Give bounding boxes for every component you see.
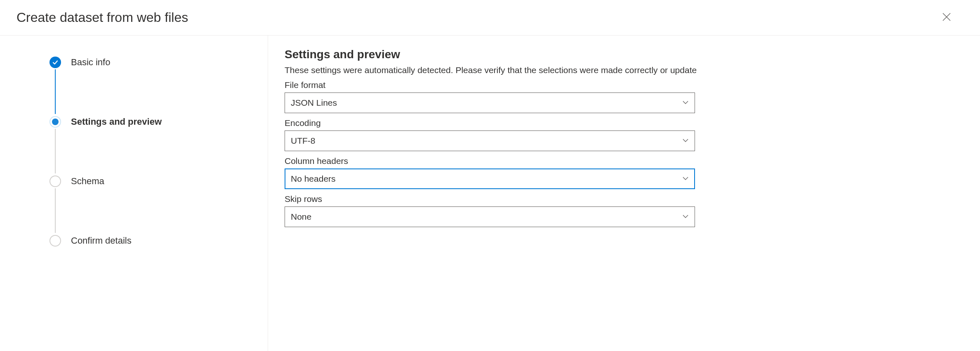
step-label: Basic info — [71, 57, 110, 68]
step-confirm-details[interactable]: Confirm details — [49, 235, 268, 247]
chevron-down-icon — [682, 212, 689, 222]
dropdown-value: No headers — [291, 174, 336, 184]
wizard-sidebar: Basic info Settings and preview Schema C… — [0, 36, 268, 351]
step-indicator-complete — [49, 57, 61, 68]
close-button[interactable] — [942, 12, 951, 23]
page-header: Create dataset from web files — [0, 0, 980, 36]
page-title: Create dataset from web files — [16, 10, 188, 25]
wizard-steps: Basic info Settings and preview Schema C… — [49, 56, 268, 247]
field-label: File format — [285, 80, 964, 90]
field-encoding: Encoding UTF-8 — [285, 118, 964, 151]
step-connector — [55, 188, 56, 233]
content-panel: Settings and preview These settings were… — [268, 36, 980, 351]
dropdown-value: None — [291, 212, 311, 222]
step-connector — [55, 129, 56, 173]
step-schema[interactable]: Schema — [49, 175, 268, 187]
step-indicator-pending — [49, 235, 61, 247]
page-body: Basic info Settings and preview Schema C… — [0, 36, 980, 351]
dropdown-value: JSON Lines — [291, 98, 337, 108]
field-skip-rows: Skip rows None — [285, 194, 964, 227]
field-label: Skip rows — [285, 194, 964, 204]
step-label: Settings and preview — [71, 116, 162, 127]
step-basic-info[interactable]: Basic info — [49, 56, 268, 69]
dropdown-value: UTF-8 — [291, 136, 316, 146]
step-connector — [55, 69, 56, 114]
chevron-down-icon — [682, 136, 689, 146]
step-indicator-current — [49, 116, 61, 128]
file-format-dropdown[interactable]: JSON Lines — [285, 92, 695, 113]
step-label: Confirm details — [71, 235, 132, 246]
skip-rows-dropdown[interactable]: None — [285, 206, 695, 227]
column-headers-dropdown[interactable]: No headers — [285, 168, 695, 189]
panel-heading: Settings and preview — [285, 48, 964, 61]
field-file-format: File format JSON Lines — [285, 80, 964, 113]
close-icon — [942, 12, 951, 21]
step-label: Schema — [71, 176, 104, 187]
field-column-headers: Column headers No headers — [285, 156, 964, 189]
field-label: Column headers — [285, 156, 964, 166]
chevron-down-icon — [682, 98, 689, 108]
field-label: Encoding — [285, 118, 964, 128]
step-indicator-pending — [49, 176, 61, 187]
chevron-down-icon — [682, 174, 689, 184]
check-icon — [52, 59, 59, 66]
panel-description: These settings were automatically detect… — [285, 65, 964, 75]
encoding-dropdown[interactable]: UTF-8 — [285, 130, 695, 151]
step-settings-preview[interactable]: Settings and preview — [49, 116, 268, 128]
